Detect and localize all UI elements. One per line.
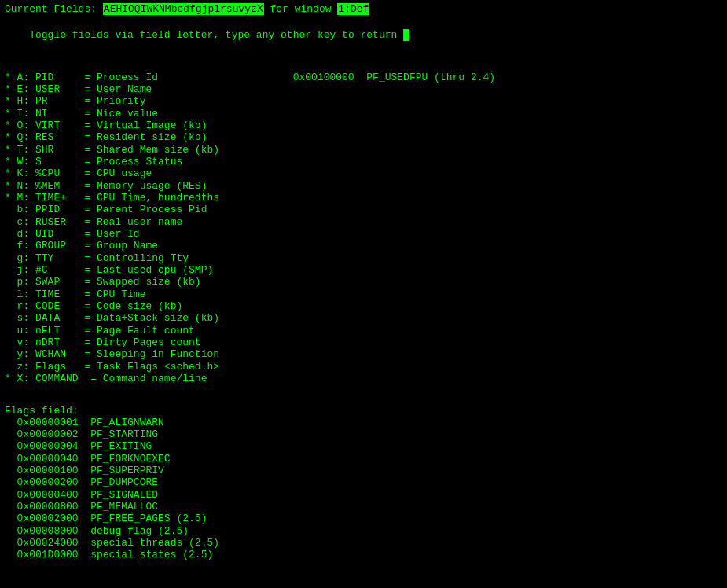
field-row: g: TTY = Controlling Tty xyxy=(5,252,722,264)
current-fields-label: Current Fields: xyxy=(5,3,97,15)
field-row: * N: %MEM = Memory usage (RES) xyxy=(5,180,722,192)
field-row: j: #C = Last used cpu (SMP) xyxy=(5,264,722,276)
for-text: for window xyxy=(264,3,338,15)
field-row: y: WCHAN = Sleeping in Function xyxy=(5,348,722,360)
field-row: u: nFLT = Page Fault count xyxy=(5,325,722,336)
window-value: 1:Def xyxy=(337,3,369,15)
flags-row: 0x00008000 debug flag (2.5) xyxy=(5,525,722,537)
flags-row: 0x00000001 PF_ALIGNWARN xyxy=(5,417,722,428)
field-row: * Q: RES = Resident size (kb) xyxy=(5,131,722,143)
flags-row: 0x00002000 PF_FREE_PAGES (2.5) xyxy=(5,513,722,524)
flags-row: 0x00000004 PF_EXITING xyxy=(5,440,722,452)
flags-row: 0x001D0000 special states (2.5) xyxy=(5,549,722,560)
field-row: l: TIME = CPU Time xyxy=(5,288,722,300)
cursor xyxy=(403,29,409,41)
field-row: * O: VIRT = Virtual Image (kb) xyxy=(5,119,722,131)
flags-row: 0x00000002 PF_STARTING xyxy=(5,428,722,440)
field-row: * W: S = Process Status xyxy=(5,156,722,167)
fields-value: AEHIOQIWKNMbcdfgjplrsuvyzX xyxy=(103,3,264,15)
field-row: v: nDRT = Dirty Pages count xyxy=(5,336,722,348)
flags-row: 0x00000400 PF_SIGNALED xyxy=(5,489,722,501)
field-row: p: SWAP = Swapped size (kb) xyxy=(5,276,722,288)
field-row: b: PPID = Parent Process Pid xyxy=(5,204,722,215)
fields-section: * A: PID = Process Id 0x00100000 PF_USED… xyxy=(5,59,722,384)
field-row: * I: NI = Nice value xyxy=(5,108,722,119)
flags-row: 0x00024000 special threads (2.5) xyxy=(5,537,722,549)
field-row: * A: PID = Process Id 0x00100000 PF_USED… xyxy=(5,72,722,83)
field-row: c: RUSER = Real user name xyxy=(5,216,722,228)
flags-row: 0x00000040 PF_FORKNOEXEC xyxy=(5,453,722,465)
flags-row: 0x00000200 PF_DUMPCORE xyxy=(5,476,722,488)
field-row: f: GROUP = Group Name xyxy=(5,240,722,252)
field-row: * K: %CPU = CPU usage xyxy=(5,167,722,179)
flags-row: 0x00000800 PF_MEMALLOC xyxy=(5,501,722,513)
field-row: * T: SHR = Shared Mem size (kb) xyxy=(5,144,722,156)
field-row: z: Flags = Task Flags <sched.h> xyxy=(5,361,722,373)
flags-row: 0x00000100 PF_SUPERPRIV xyxy=(5,465,722,476)
toggle-line: Toggle fields via field letter, type any… xyxy=(5,17,722,53)
field-row: * H: PR = Priority xyxy=(5,95,722,107)
field-row: * E: USER = User Name xyxy=(5,83,722,95)
field-row: s: DATA = Data+Stack size (kb) xyxy=(5,312,722,324)
field-row: * X: COMMAND = Command name/line xyxy=(5,373,722,384)
terminal-screen: Current Fields: AEHIOQIWKNMbcdfgjplrsuvy… xyxy=(5,3,722,561)
field-row: * M: TIME+ = CPU Time, hundredths xyxy=(5,192,722,204)
flags-header: Flags field: xyxy=(5,392,722,417)
field-row: r: CODE = Code size (kb) xyxy=(5,300,722,312)
header-line: Current Fields: AEHIOQIWKNMbcdfgjplrsuvy… xyxy=(5,3,722,15)
flags-section: 0x00000001 PF_ALIGNWARN 0x00000002 PF_ST… xyxy=(5,417,722,561)
field-row: d: UID = User Id xyxy=(5,228,722,240)
